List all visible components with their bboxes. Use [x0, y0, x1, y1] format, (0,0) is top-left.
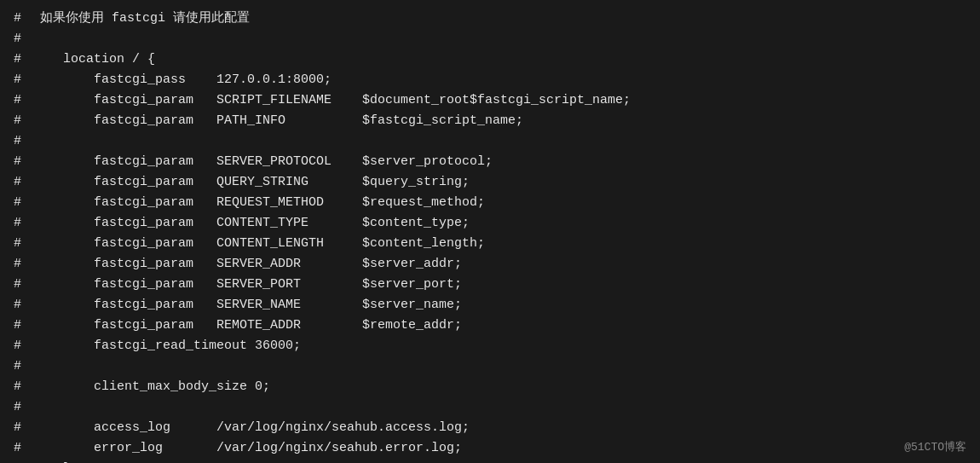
code-line: # location / {: [14, 49, 966, 70]
line-content: fastcgi_param CONTENT_LENGTH $content_le…: [32, 234, 485, 254]
line-hash: #: [14, 438, 32, 459]
line-hash: #: [14, 111, 32, 131]
line-hash: #: [14, 49, 32, 70]
line-content: }: [32, 459, 71, 463]
code-line: # fastcgi_read_timeout 36000;: [14, 336, 966, 356]
line-hash: #: [14, 152, 32, 172]
line-content: fastcgi_param SCRIPT_FILENAME $document_…: [32, 90, 631, 111]
line-hash: #: [14, 213, 32, 234]
line-content: fastcgi_param REQUEST_METHOD $request_me…: [32, 193, 485, 213]
code-line: # fastcgi_param SCRIPT_FILENAME $documen…: [14, 90, 966, 111]
line-content: error_log /var/log/nginx/seahub.error.lo…: [32, 438, 462, 459]
watermark-label: @51CTO博客: [904, 439, 966, 454]
line-content: fastcgi_param SERVER_PORT $server_port;: [32, 275, 462, 295]
line-hash: #: [14, 275, 32, 295]
code-line: # fastcgi_param CONTENT_LENGTH $content_…: [14, 234, 966, 254]
line-content: fastcgi_param SERVER_ADDR $server_addr;: [32, 254, 462, 275]
code-line: # fastcgi_param REMOTE_ADDR $remote_addr…: [14, 315, 966, 336]
line-hash: #: [14, 315, 32, 336]
code-line: # fastcgi_param SERVER_PORT $server_port…: [14, 275, 966, 295]
line-content: fastcgi_param REMOTE_ADDR $remote_addr;: [32, 315, 462, 336]
code-line: # fastcgi_param PATH_INFO $fastcgi_scrip…: [14, 111, 966, 131]
code-line: # fastcgi_param SERVER_ADDR $server_addr…: [14, 254, 966, 275]
line-hash: #: [14, 397, 32, 418]
line-content: location / {: [32, 49, 155, 70]
code-line: # }: [14, 459, 966, 463]
line-content: fastcgi_param QUERY_STRING $query_string…: [32, 172, 470, 193]
code-line: # fastcgi_pass 127.0.0.1:8000;: [14, 70, 966, 90]
line-hash: #: [14, 131, 32, 152]
line-hash: #: [14, 377, 32, 397]
line-hash: #: [14, 90, 32, 111]
code-line: # client_max_body_size 0;: [14, 377, 966, 397]
code-line: # fastcgi_param CONTENT_TYPE $content_ty…: [14, 213, 966, 234]
line-content: 如果你使用 fastcgi 请使用此配置: [32, 9, 250, 29]
line-content: client_max_body_size 0;: [32, 377, 270, 397]
line-hash: #: [14, 172, 32, 193]
line-content: fastcgi_param CONTENT_TYPE $content_type…: [32, 213, 470, 234]
code-line: # access_log /var/log/nginx/seahub.acces…: [14, 418, 966, 438]
line-content: fastcgi_read_timeout 36000;: [32, 336, 301, 356]
line-content: fastcgi_param PATH_INFO $fastcgi_script_…: [32, 111, 523, 131]
line-hash: #: [14, 418, 32, 438]
line-hash: #: [14, 295, 32, 315]
line-content: fastcgi_param SERVER_NAME $server_name;: [32, 295, 462, 315]
code-line: # fastcgi_param SERVER_NAME $server_name…: [14, 295, 966, 315]
line-hash: #: [14, 234, 32, 254]
line-hash: #: [14, 336, 32, 356]
code-line: #: [14, 131, 966, 152]
code-line: #: [14, 29, 966, 49]
code-line: # error_log /var/log/nginx/seahub.error.…: [14, 438, 966, 459]
code-line: #: [14, 356, 966, 377]
code-line: # fastcgi_param SERVER_PROTOCOL $server_…: [14, 152, 966, 172]
line-hash: #: [14, 254, 32, 275]
line-hash: #: [14, 459, 32, 463]
line-hash: #: [14, 9, 32, 29]
code-line: # 如果你使用 fastcgi 请使用此配置: [14, 9, 966, 29]
code-line: #: [14, 397, 966, 418]
line-content: fastcgi_param SERVER_PROTOCOL $server_pr…: [32, 152, 493, 172]
line-hash: #: [14, 29, 32, 49]
line-hash: #: [14, 193, 32, 213]
code-block: # 如果你使用 fastcgi 请使用此配置## location / {# f…: [0, 0, 980, 463]
code-line: # fastcgi_param REQUEST_METHOD $request_…: [14, 193, 966, 213]
code-line: # fastcgi_param QUERY_STRING $query_stri…: [14, 172, 966, 193]
line-content: access_log /var/log/nginx/seahub.access.…: [32, 418, 470, 438]
line-hash: #: [14, 356, 32, 377]
line-content: fastcgi_pass 127.0.0.1:8000;: [32, 70, 331, 90]
line-hash: #: [14, 70, 32, 90]
